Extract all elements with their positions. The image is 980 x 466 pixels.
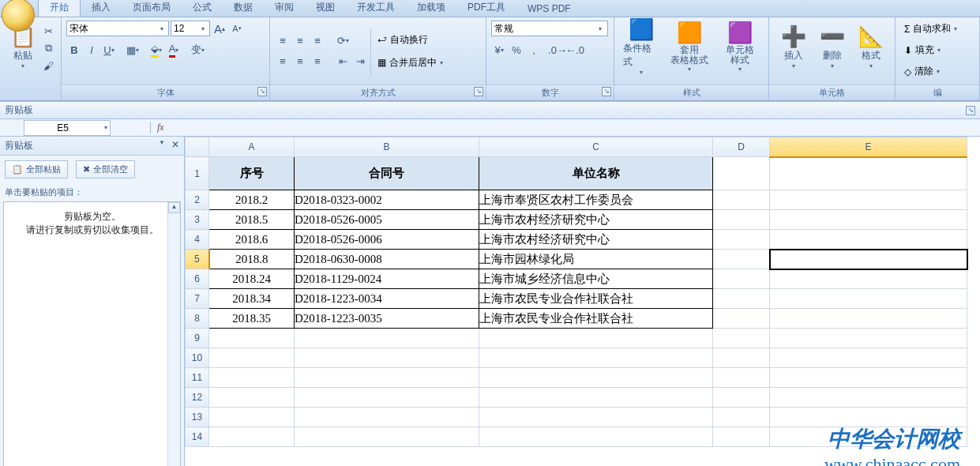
cell-styles-button[interactable]: 🟪 单元格 样式 ▾ xyxy=(719,20,760,73)
tab-developer[interactable]: 开发工具 xyxy=(346,0,406,17)
cell-C9[interactable] xyxy=(479,329,713,348)
cell-C13[interactable] xyxy=(479,408,713,427)
format-as-table-button[interactable]: 🟧 套用 表格格式 ▾ xyxy=(666,20,712,73)
cell-C5[interactable]: 上海市园林绿化局 xyxy=(479,250,713,269)
row-header-9[interactable]: 9 xyxy=(186,329,209,348)
cell-B7[interactable]: D2018-1223-0034 xyxy=(295,289,479,309)
row-header-4[interactable]: 4 xyxy=(186,230,209,250)
tab-data[interactable]: 数据 xyxy=(223,0,264,17)
cell-E6[interactable] xyxy=(770,269,967,289)
cell-B2[interactable]: D2018-0323-0002 xyxy=(295,190,479,210)
cell-C10[interactable] xyxy=(479,348,713,368)
cell-C4[interactable]: 上海市农村经济研究中心 xyxy=(479,230,713,250)
cell-B6[interactable]: D2018-1129-0024 xyxy=(295,269,479,289)
align-bottom-button[interactable]: ≡ xyxy=(310,33,325,49)
row-header-1[interactable]: 1 xyxy=(186,157,209,190)
cell-B3[interactable]: D2018-0526-0005 xyxy=(295,210,479,230)
scroll-up-icon[interactable]: ▲ xyxy=(168,202,180,213)
tab-insert[interactable]: 插入 xyxy=(81,0,122,17)
cell-B5[interactable]: D2018-0630-0008 xyxy=(295,250,479,269)
font-size-combo[interactable]: ▾ xyxy=(171,21,210,36)
autosum-button[interactable]: Σ自动求和▾ xyxy=(900,20,974,38)
chevron-down-icon[interactable]: ▼ xyxy=(157,139,167,152)
phonetic-button[interactable]: 变▾ xyxy=(190,42,205,58)
cell-C6[interactable]: 上海市城乡经济信息中心 xyxy=(479,269,713,289)
shrink-font-button[interactable]: A▾ xyxy=(229,21,245,36)
col-header-B[interactable]: B xyxy=(295,137,479,157)
format-cells-button[interactable]: 📐 格式 ▾ xyxy=(853,20,889,73)
cell-A9[interactable] xyxy=(209,329,295,348)
cell-E12[interactable] xyxy=(770,388,967,408)
cell-E11[interactable] xyxy=(770,368,967,388)
decrease-decimal-button[interactable]: ←.0 xyxy=(567,42,583,58)
cell-E9[interactable] xyxy=(770,329,967,348)
format-painter-button[interactable]: 🖌 xyxy=(40,58,56,73)
align-top-button[interactable]: ≡ xyxy=(275,33,291,49)
close-icon[interactable]: ✕ xyxy=(171,139,179,152)
fill-color-button[interactable]: ⬙▾ xyxy=(148,42,164,58)
cut-button[interactable]: ✂ xyxy=(40,23,56,39)
cell-A11[interactable] xyxy=(209,368,295,388)
cell-B12[interactable] xyxy=(295,388,479,408)
comma-button[interactable]: , xyxy=(526,42,542,58)
cell-A7[interactable]: 2018.34 xyxy=(209,289,295,309)
font-name-input[interactable] xyxy=(69,23,157,34)
orientation-button[interactable]: ⟳▾ xyxy=(335,33,351,49)
grow-font-button[interactable]: A▴ xyxy=(212,21,227,36)
cell-B10[interactable] xyxy=(295,348,479,368)
cell-D14[interactable] xyxy=(713,427,770,447)
tab-pdf-tools[interactable]: PDF工具 xyxy=(456,0,516,17)
cell-D1[interactable] xyxy=(713,157,770,190)
row-header-3[interactable]: 3 xyxy=(186,210,209,230)
font-color-button[interactable]: A▾ xyxy=(166,42,182,58)
clipboard-dialog-launcher[interactable]: ↘ xyxy=(966,106,975,115)
cell-A3[interactable]: 2018.5 xyxy=(209,210,295,230)
row-header-5[interactable]: 5 xyxy=(186,250,209,269)
cell-C8[interactable]: 上海市农民专业合作社联合社 xyxy=(479,309,713,329)
cell-D11[interactable] xyxy=(713,368,770,388)
tab-review[interactable]: 审阅 xyxy=(264,0,305,17)
percent-button[interactable]: % xyxy=(509,42,524,58)
cell-C1[interactable]: 单位名称 xyxy=(479,157,713,190)
worksheet-area[interactable]: A B C D E 1 序号 合同号 单位名称 22018.2D2018-032… xyxy=(185,137,980,466)
cell-A13[interactable] xyxy=(209,408,295,427)
number-dialog-launcher[interactable]: ↘ xyxy=(602,87,611,96)
row-header-2[interactable]: 2 xyxy=(186,190,209,210)
name-box[interactable]: ▾ xyxy=(24,120,111,136)
office-button[interactable] xyxy=(2,0,35,32)
number-format-input[interactable] xyxy=(494,23,596,34)
cell-A5[interactable]: 2018.8 xyxy=(209,250,295,269)
delete-cells-button[interactable]: ➖ 删除 ▾ xyxy=(814,20,850,73)
cell-E3[interactable] xyxy=(770,210,967,230)
row-header-12[interactable]: 12 xyxy=(186,388,209,408)
cell-A2[interactable]: 2018.2 xyxy=(209,190,295,210)
paste-all-button[interactable]: 📋全部粘贴 xyxy=(5,160,68,179)
align-right-button[interactable]: ≡ xyxy=(310,54,325,70)
cell-C3[interactable]: 上海市农村经济研究中心 xyxy=(479,210,713,230)
row-header-6[interactable]: 6 xyxy=(186,269,209,289)
tab-view[interactable]: 视图 xyxy=(305,0,346,17)
select-all-corner[interactable] xyxy=(186,137,209,157)
row-header-14[interactable]: 14 xyxy=(186,427,209,447)
underline-button[interactable]: U▾ xyxy=(101,42,117,58)
font-name-combo[interactable]: ▾ xyxy=(66,21,169,36)
cell-D3[interactable] xyxy=(713,210,770,230)
font-size-input[interactable] xyxy=(174,23,200,34)
cell-C12[interactable] xyxy=(479,388,713,408)
cell-D5[interactable] xyxy=(713,250,770,269)
align-left-button[interactable]: ≡ xyxy=(275,54,291,70)
cell-B1[interactable]: 合同号 xyxy=(295,157,479,190)
name-box-input[interactable] xyxy=(24,122,101,133)
tab-formulas[interactable]: 公式 xyxy=(182,0,223,17)
cell-A1[interactable]: 序号 xyxy=(209,157,295,190)
cell-B9[interactable] xyxy=(295,329,479,348)
tab-addins[interactable]: 加载项 xyxy=(406,0,456,17)
cell-D8[interactable] xyxy=(713,309,770,329)
tab-home[interactable]: 开始 xyxy=(38,0,81,17)
bold-button[interactable]: B xyxy=(66,42,82,58)
align-center-button[interactable]: ≡ xyxy=(292,54,308,70)
clear-button[interactable]: ◇清除▾ xyxy=(900,62,974,81)
row-header-10[interactable]: 10 xyxy=(186,348,209,368)
cell-B8[interactable]: D2018-1223-0035 xyxy=(295,309,479,329)
row-header-7[interactable]: 7 xyxy=(186,289,209,309)
